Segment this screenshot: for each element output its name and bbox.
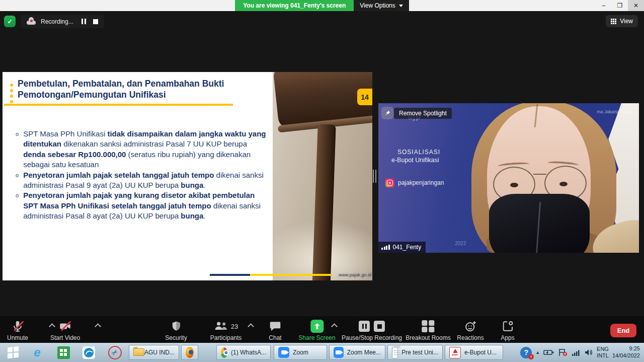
banner-corner-text: ma Jakarta Penja — [597, 109, 632, 114]
minimize-button[interactable]: – — [596, 0, 612, 11]
chat-bubble-icon — [269, 320, 282, 333]
taskbar-button-notepad[interactable]: Pre test Uni... — [387, 345, 443, 360]
chat-button[interactable]: Chat — [269, 320, 282, 341]
pause-recording-square-icon[interactable] — [359, 321, 370, 332]
bullet-text-segment: dikenakan sanksi administrasi Pasal 7 UU… — [61, 139, 247, 148]
shared-presentation-slide: Pembetulan, Pembatalan, dan Penambahan B… — [3, 72, 372, 280]
slide-bullet-list: o SPT Masa PPh Unifikasi tidak disampaik… — [16, 129, 267, 222]
reactions-button[interactable]: Reactions — [457, 320, 484, 341]
instagram-row: pajakpenjaringan — [385, 178, 444, 187]
windows-logo-icon — [8, 346, 19, 358]
bullet-marker: o — [16, 129, 19, 170]
title-accent-dots — [10, 84, 13, 103]
end-meeting-button[interactable]: End — [610, 324, 636, 337]
bullet-text-segment: . — [203, 181, 205, 189]
bullet-text-segment: bunga — [181, 211, 203, 220]
slide-bullet: o Penyetoran jumlah pajak yang kurang di… — [16, 190, 267, 221]
share-screen-icon — [310, 320, 324, 333]
recording-label: Recording... — [41, 18, 73, 25]
restore-button[interactable]: ❐ — [612, 0, 628, 11]
close-button[interactable]: ✕ — [628, 0, 644, 11]
view-options-dropdown[interactable]: View Options — [354, 0, 409, 11]
encryption-shield-icon[interactable]: ✓ — [4, 16, 16, 27]
share-options-chevron-icon[interactable] — [332, 323, 337, 328]
microsoft-store-icon[interactable] — [54, 344, 72, 360]
view-options-label: View Options — [360, 2, 395, 9]
network-flag-alert-icon[interactable] — [558, 348, 568, 356]
battery-icon[interactable] — [543, 349, 554, 356]
taskbar-button-zoom-meeting[interactable]: Zoom Mee... — [329, 345, 385, 360]
unmute-button[interactable]: Unmute — [7, 320, 28, 341]
taskbar-button-folder[interactable]: LAGU IND... — [129, 345, 179, 360]
pause-recording-icon[interactable] — [82, 19, 86, 24]
zoom-icon — [278, 347, 289, 358]
start-button[interactable] — [4, 344, 22, 360]
spotlight-pin-icon[interactable] — [381, 107, 393, 119]
shield-icon — [170, 320, 182, 333]
bullet-text-segment: bunga — [181, 181, 203, 189]
bullet-text-segment: . — [203, 211, 205, 220]
security-button[interactable]: Security — [165, 320, 187, 341]
bullet-text: SPT Masa PPh Unifikasi tidak disampaikan… — [23, 129, 267, 170]
taskbar-clock[interactable]: 9:25 14/04/2022 — [612, 345, 640, 359]
scissors-icon: ✂ — [110, 347, 120, 357]
smiley-reactions-icon — [464, 320, 477, 333]
alert-badge: ! — [528, 354, 534, 359]
connection-signal-icon — [381, 245, 390, 250]
apps-button[interactable]: Apps — [501, 320, 514, 341]
stop-recording-icon[interactable] — [93, 19, 98, 24]
clock-time: 9:25 — [612, 345, 640, 352]
taskbar-button-firefox[interactable] — [181, 345, 198, 360]
blue-circle-app-icon[interactable] — [79, 344, 98, 360]
glasses-bridge — [533, 174, 546, 178]
breakout-rooms-button[interactable]: Breakout Rooms — [406, 320, 450, 341]
taskbar-button-whatsapp-chrome[interactable]: (1) WhatsA... — [216, 345, 271, 360]
remove-spotlight-button[interactable]: Remove Spotlight — [394, 108, 452, 119]
participants-count-badge: 23 — [231, 323, 238, 330]
help-notification-icon[interactable]: ? ! — [520, 347, 532, 358]
zoom-meeting-window: You are viewing 041_Fenty's screen View … — [0, 0, 644, 362]
banner-faint-text: 2022 — [455, 241, 466, 246]
taskbar-button-zoom[interactable]: Zoom — [274, 345, 327, 360]
pause-stop-recording-button[interactable]: Pause/Stop Recording — [342, 320, 402, 341]
internet-explorer-icon[interactable]: e — [28, 344, 46, 360]
folder-icon — [133, 348, 137, 356]
slide-page-number: 14 — [357, 89, 372, 105]
viewing-banner: You are viewing 041_Fenty's screen — [235, 0, 354, 11]
firefox-icon — [186, 347, 194, 358]
view-layout-button[interactable]: View — [606, 15, 638, 27]
spotlight-video-tile: ma Jakarta Penja djp SOSIALISASI e-Bupot… — [378, 103, 639, 253]
bullet-marker: o — [16, 190, 19, 221]
footer-yellow-line — [250, 274, 332, 276]
share-screen-button[interactable]: Share Screen — [298, 320, 335, 341]
system-tray: ? ! ▲ — [520, 345, 644, 359]
tray-expand-chevron-icon[interactable]: ▲ — [535, 350, 540, 355]
participants-button[interactable]: 23 Participants — [210, 320, 242, 341]
stop-recording-square-icon[interactable] — [374, 321, 385, 332]
instagram-handle: pajakpenjaringan — [398, 179, 444, 186]
start-video-button[interactable]: Start Video — [50, 320, 80, 341]
instagram-icon — [385, 178, 394, 187]
participant-name-badge: 041_Fenty — [378, 242, 426, 253]
speaker-icon[interactable] — [584, 348, 593, 356]
clock-date: 14/04/2022 — [612, 352, 640, 359]
snipping-tool-icon[interactable]: ✂ — [106, 344, 124, 360]
signal-strength-icon[interactable] — [572, 349, 581, 356]
title-underline — [4, 104, 233, 106]
footer-navy-line — [210, 274, 250, 276]
slide-bullet: o SPT Masa PPh Unifikasi tidak disampaik… — [16, 129, 267, 170]
video-options-chevron-icon[interactable] — [96, 323, 100, 328]
pdf-icon: PDF — [449, 347, 461, 358]
screen-share-top-bar: You are viewing 041_Fenty's screen View … — [0, 0, 644, 11]
participants-icon — [214, 319, 229, 334]
recording-row: ✓ Recording... — [4, 15, 104, 28]
taskbar-button-pdf[interactable]: PDF e-Bupot U... — [445, 345, 503, 360]
participants-options-chevron-icon[interactable] — [249, 323, 253, 328]
bullet-marker: o — [16, 170, 19, 191]
panel-resize-handle[interactable] — [373, 170, 376, 183]
bullet-text-segment: denda sebesar Rp100.000,00 — [23, 150, 126, 159]
window-controls: – ❐ ✕ — [596, 0, 644, 11]
language-indicator[interactable]: ENG INTL — [597, 346, 609, 359]
microphone-muted-icon — [11, 320, 24, 333]
bullet-text: Penyetoran jumlah pajak setelah tanggal … — [23, 170, 267, 191]
